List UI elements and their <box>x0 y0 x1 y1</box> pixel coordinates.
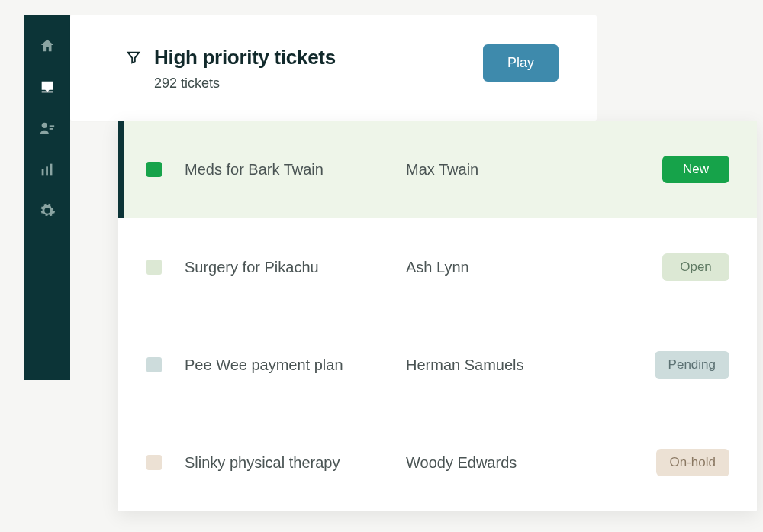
reports-icon[interactable] <box>38 160 56 179</box>
row-checkbox[interactable] <box>146 260 162 275</box>
status-badge: On-hold <box>656 449 729 476</box>
row-checkbox[interactable] <box>146 357 162 372</box>
row-accent <box>118 121 124 218</box>
svg-rect-5 <box>46 166 48 175</box>
svg-rect-6 <box>50 164 53 176</box>
status-badge: Open <box>662 253 729 281</box>
ticket-subject: Meds for Bark Twain <box>185 161 406 179</box>
ticket-requester: Max Twain <box>406 161 597 179</box>
view-header: High priority tickets 292 tickets Play <box>70 15 597 121</box>
ticket-subject: Pee Wee payment plan <box>185 356 406 374</box>
ticket-row[interactable]: Surgery for Pikachu Ash Lynn Open <box>118 218 757 316</box>
row-checkbox[interactable] <box>146 455 162 470</box>
contacts-icon[interactable] <box>38 119 56 137</box>
ticket-row[interactable]: Pee Wee payment plan Herman Samuels Pend… <box>118 316 757 414</box>
status-badge: New <box>662 156 729 183</box>
inbox-icon[interactable] <box>38 78 56 96</box>
ticket-row[interactable]: Slinky physical therapy Woody Edwards On… <box>118 414 757 511</box>
ticket-requester: Woody Edwards <box>406 454 597 472</box>
svg-rect-3 <box>50 128 53 130</box>
ticket-row[interactable]: Meds for Bark Twain Max Twain New <box>118 121 757 218</box>
sidebar <box>24 15 70 380</box>
ticket-requester: Herman Samuels <box>406 356 597 374</box>
view-title: High priority tickets <box>154 46 336 69</box>
ticket-subject: Surgery for Pikachu <box>185 259 406 276</box>
row-accent <box>118 414 124 511</box>
ticket-requester: Ash Lynn <box>406 259 597 276</box>
ticket-subject: Slinky physical therapy <box>185 454 406 472</box>
row-accent <box>118 218 124 316</box>
svg-rect-4 <box>42 169 44 175</box>
status-badge: Pending <box>655 351 729 379</box>
row-checkbox[interactable] <box>146 162 162 177</box>
svg-rect-0 <box>42 92 53 93</box>
filter-icon[interactable] <box>125 49 142 66</box>
ticket-count: 292 tickets <box>154 76 336 92</box>
home-icon[interactable] <box>38 37 56 55</box>
play-button[interactable]: Play <box>483 44 559 82</box>
svg-point-1 <box>42 123 47 128</box>
ticket-list: Meds for Bark Twain Max Twain New Surger… <box>118 121 757 511</box>
settings-icon[interactable] <box>38 202 56 220</box>
svg-rect-2 <box>50 125 54 127</box>
row-accent <box>118 316 124 414</box>
